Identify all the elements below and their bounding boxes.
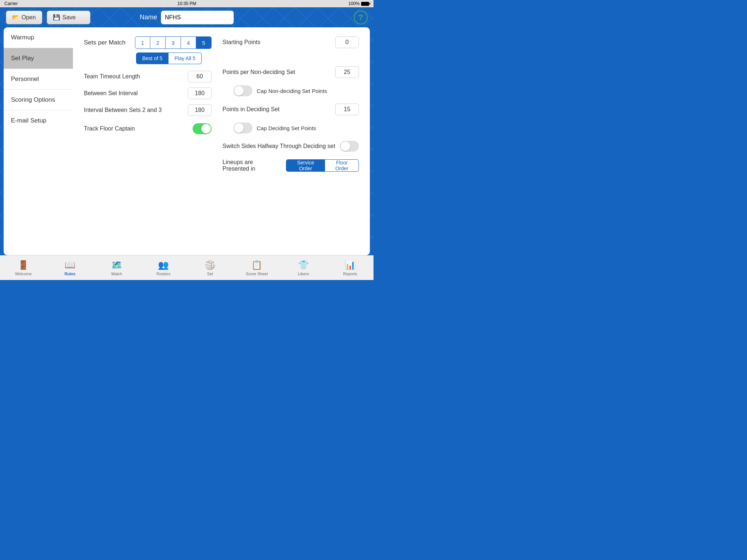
cap-deciding-row: Cap Deciding Set Points	[222, 122, 359, 133]
name-label: Name	[140, 13, 157, 21]
points-non-deciding-row: Points per Non-deciding Set	[222, 66, 359, 78]
libero-icon: 👕	[298, 260, 309, 271]
help-button[interactable]: ?	[354, 11, 368, 24]
right-column: Starting Points Points per Non-deciding …	[222, 36, 359, 172]
cap-non-deciding-toggle[interactable]	[233, 85, 252, 96]
starting-points-label: Starting Points	[222, 39, 335, 46]
between-set-interval-input[interactable]	[188, 88, 212, 99]
tab-match-label: Match	[111, 272, 122, 276]
tab-reports[interactable]: 📊 Reports	[336, 260, 365, 276]
left-column: Sets per Match 1 2 3 4 5 Best of 5	[84, 36, 212, 172]
lineups-row: Lineups are Presented in Service Order F…	[222, 159, 359, 172]
battery-area: 100%	[348, 1, 369, 6]
starting-points-row: Starting Points	[222, 36, 359, 48]
battery-percent: 100%	[348, 1, 360, 6]
tab-score-sheet-label: Score Sheet	[246, 272, 268, 276]
status-bar: Carrier 10:35 PM 100%	[0, 0, 374, 7]
toolbar: 📂 Open 💾 Save Name ?	[0, 7, 374, 27]
main-content: Warmup Set Play Personnel Scoring Option…	[4, 27, 370, 255]
best-of-row: Best of 5 Play All 5	[136, 52, 212, 64]
team-timeout-row: Team Timeout Length	[84, 71, 212, 82]
floor-order-button[interactable]: Floor Order	[325, 159, 359, 172]
team-timeout-label: Team Timeout Length	[84, 73, 188, 80]
sidebar-item-scoring-options[interactable]: Scoring Options	[4, 90, 73, 110]
cap-deciding-label: Cap Deciding Set Points	[257, 125, 316, 131]
sidebar-item-set-play[interactable]: Set Play	[4, 48, 73, 69]
points-deciding-row: Points in Deciding Set	[222, 104, 359, 115]
open-icon: 📂	[12, 14, 19, 21]
open-button[interactable]: 📂 Open	[6, 11, 42, 24]
switch-sides-label: Switch Sides Halfway Through Deciding se…	[222, 143, 340, 149]
sets-per-match-row: Sets per Match 1 2 3 4 5	[84, 36, 212, 49]
rosters-icon: 👥	[158, 260, 169, 271]
welcome-icon: 🚪	[18, 260, 29, 271]
points-non-deciding-input[interactable]	[335, 66, 359, 78]
tab-welcome-label: Welcome	[15, 272, 32, 276]
name-area: Name	[140, 11, 234, 24]
between-set-interval-row: Between Set Interval	[84, 88, 212, 99]
two-column-layout: Sets per Match 1 2 3 4 5 Best of 5	[84, 36, 359, 172]
interval-sets-2-3-label: Interval Between Sets 2 and 3	[84, 107, 188, 113]
service-order-button[interactable]: Service Order	[286, 159, 325, 172]
starting-points-input[interactable]	[335, 36, 359, 48]
cap-non-deciding-knob	[234, 86, 244, 96]
best-of-5-button[interactable]: Best of 5	[136, 52, 169, 64]
score-sheet-icon: 📋	[251, 260, 262, 271]
points-deciding-label: Points in Deciding Set	[222, 106, 335, 113]
sidebar-item-warmup[interactable]: Warmup	[4, 27, 73, 48]
tab-score-sheet[interactable]: 📋 Score Sheet	[242, 260, 271, 276]
interval-sets-2-3-row: Interval Between Sets 2 and 3	[84, 104, 212, 116]
battery-icon	[361, 2, 369, 6]
sidebar-item-personnel[interactable]: Personnel	[4, 69, 73, 90]
reports-icon: 📊	[345, 260, 356, 271]
cap-deciding-knob	[234, 123, 244, 133]
time-label: 10:35 PM	[177, 1, 196, 6]
tab-libero[interactable]: 👕 Libero	[289, 260, 318, 276]
track-floor-captain-label: Track Floor Captain	[84, 125, 193, 132]
play-all-5-button[interactable]: Play All 5	[169, 52, 202, 64]
set-btn-4[interactable]: 4	[181, 36, 196, 49]
tab-set[interactable]: 🏐 Set	[196, 260, 225, 276]
sets-number-buttons: 1 2 3 4 5	[135, 36, 212, 49]
tab-bar: 🚪 Welcome 📖 Rules 🗺️ Match 👥 Rosters 🏐 S…	[0, 255, 374, 280]
sidebar: Warmup Set Play Personnel Scoring Option…	[4, 27, 73, 255]
help-label: ?	[358, 13, 363, 22]
tab-libero-label: Libero	[298, 272, 309, 276]
tab-match[interactable]: 🗺️ Match	[102, 260, 131, 276]
tab-rules-label: Rules	[65, 272, 76, 276]
between-set-interval-label: Between Set Interval	[84, 90, 188, 97]
switch-sides-knob	[341, 141, 350, 151]
sets-per-match-label: Sets per Match	[84, 39, 131, 46]
tab-reports-label: Reports	[343, 272, 357, 276]
cap-non-deciding-row: Cap Non-deciding Set Points	[222, 85, 359, 96]
set-icon: 🏐	[205, 260, 216, 271]
tab-rosters-label: Rosters	[156, 272, 170, 276]
save-label: Save	[62, 14, 76, 21]
tab-set-label: Set	[207, 272, 213, 276]
name-input[interactable]	[161, 11, 234, 24]
tab-welcome[interactable]: 🚪 Welcome	[9, 260, 38, 276]
set-btn-3[interactable]: 3	[166, 36, 181, 49]
toggle-knob	[201, 124, 211, 133]
set-btn-2[interactable]: 2	[150, 36, 166, 49]
switch-sides-row: Switch Sides Halfway Through Deciding se…	[222, 141, 359, 152]
track-floor-captain-row: Track Floor Captain	[84, 123, 212, 134]
set-btn-5[interactable]: 5	[196, 36, 212, 49]
interval-sets-2-3-input[interactable]	[188, 104, 212, 116]
rules-icon: 📖	[65, 260, 76, 271]
switch-sides-toggle[interactable]	[340, 141, 359, 152]
save-button[interactable]: 💾 Save	[47, 11, 90, 24]
points-deciding-input[interactable]	[335, 104, 359, 115]
save-icon: 💾	[53, 14, 60, 21]
team-timeout-input[interactable]	[188, 71, 212, 82]
cap-non-deciding-label: Cap Non-deciding Set Points	[257, 88, 327, 94]
open-label: Open	[22, 14, 36, 21]
lineups-label: Lineups are Presented in	[222, 159, 280, 172]
track-floor-captain-toggle[interactable]	[193, 123, 212, 134]
match-icon: 🗺️	[111, 260, 122, 271]
sidebar-item-email-setup[interactable]: E-mail Setup	[4, 110, 73, 131]
set-btn-1[interactable]: 1	[135, 36, 150, 49]
tab-rules[interactable]: 📖 Rules	[55, 260, 85, 276]
cap-deciding-toggle[interactable]	[233, 122, 252, 133]
tab-rosters[interactable]: 👥 Rosters	[149, 260, 178, 276]
